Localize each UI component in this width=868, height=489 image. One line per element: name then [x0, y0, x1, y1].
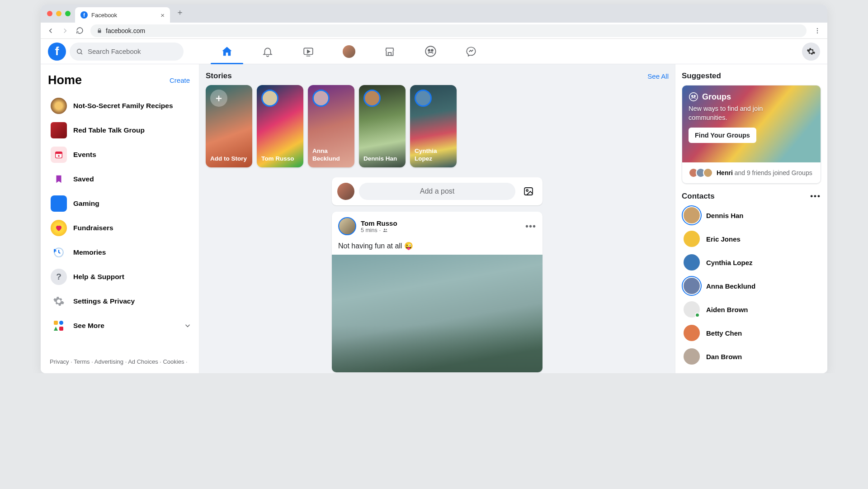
- gaming-icon: [51, 195, 67, 212]
- sidebar-item-events[interactable]: Events: [47, 142, 195, 167]
- contact-row[interactable]: Betty Chen: [682, 321, 821, 345]
- post-meta: 5 mins ·: [361, 227, 397, 233]
- nav-watch[interactable]: [297, 40, 320, 63]
- nav-messenger[interactable]: [459, 40, 483, 63]
- contact-avatar: [684, 348, 700, 365]
- story-label: Cynthia Lopez: [415, 147, 452, 163]
- post-menu-button[interactable]: •••: [525, 221, 536, 232]
- contact-avatar: [684, 325, 700, 341]
- sidebar-item-recipes[interactable]: Not-So-Secret Family Recipes: [47, 94, 195, 118]
- svg-point-3: [77, 49, 81, 53]
- facebook-favicon: f: [80, 11, 88, 19]
- post-avatar[interactable]: [338, 217, 356, 235]
- address-bar[interactable]: facebook.com: [90, 24, 807, 37]
- story-card[interactable]: Anna Becklund: [308, 85, 354, 167]
- contact-row[interactable]: Anna Becklund: [682, 274, 821, 298]
- friends-icon: [382, 228, 388, 233]
- footer-links[interactable]: Privacy · Terms · Advertising · Ad Choic…: [47, 354, 195, 373]
- url-text: facebook.com: [106, 27, 145, 34]
- search-input[interactable]: Search Facebook: [70, 43, 184, 61]
- forward-button[interactable]: [59, 24, 71, 37]
- composer-input[interactable]: Add a post: [359, 183, 515, 200]
- sidebar-item-help[interactable]: ? Help & Support: [47, 265, 195, 289]
- app-body: Home Create Not-So-Secret Family Recipes…: [41, 64, 827, 373]
- online-indicator: [695, 313, 700, 318]
- contact-name: Aiden Brown: [706, 306, 748, 313]
- suggested-hero: Groups New ways to find and join communi…: [682, 85, 821, 162]
- create-link[interactable]: Create: [170, 76, 190, 84]
- sidebar-item-gaming[interactable]: Gaming: [47, 191, 195, 216]
- watch-icon: [302, 46, 314, 57]
- contacts-menu-button[interactable]: •••: [810, 192, 821, 201]
- home-icon: [221, 45, 233, 58]
- nav-home[interactable]: [215, 40, 239, 63]
- marketplace-icon: [384, 46, 396, 57]
- settings-button[interactable]: [802, 43, 820, 61]
- tab-strip: f Facebook × ＋: [41, 5, 827, 23]
- minimize-window-button[interactable]: [56, 11, 61, 16]
- close-tab-button[interactable]: ×: [160, 11, 165, 19]
- memories-icon: [51, 244, 67, 261]
- composer-avatar[interactable]: [337, 183, 354, 200]
- nav-notifications[interactable]: [256, 40, 279, 63]
- post-text: Not having fun at all 😜: [332, 239, 542, 255]
- post-card: Tom Russo 5 mins · ••• Not having fun at…: [332, 212, 542, 372]
- close-window-button[interactable]: [47, 11, 52, 16]
- story-label: Add to Story: [210, 155, 247, 163]
- nav-groups[interactable]: [419, 40, 442, 63]
- contact-row[interactable]: Aiden Brown: [682, 298, 821, 321]
- browser-menu-button[interactable]: [811, 24, 824, 37]
- contact-row[interactable]: Cynthia Lopez: [682, 251, 821, 274]
- see-all-link[interactable]: See All: [647, 72, 669, 80]
- contact-row[interactable]: Dennis Han: [682, 204, 821, 227]
- nav-profile[interactable]: [337, 40, 361, 63]
- reload-button[interactable]: [73, 24, 86, 37]
- settings-icon: [51, 293, 67, 309]
- add-photo-button[interactable]: [520, 183, 537, 200]
- new-tab-button[interactable]: ＋: [174, 7, 186, 20]
- left-sidebar: Home Create Not-So-Secret Family Recipes…: [41, 64, 199, 373]
- lock-icon: [97, 28, 102, 33]
- suggested-footer: Henri and 9 friends joined Groups: [682, 162, 821, 183]
- sidebar-item-fundraisers[interactable]: Fundraisers: [47, 216, 195, 240]
- browser-tab[interactable]: f Facebook ×: [75, 7, 170, 23]
- window-controls: [47, 11, 71, 16]
- story-card[interactable]: Dennis Han: [359, 85, 406, 167]
- suggested-title: Suggested: [682, 71, 821, 81]
- group-avatar-icon: [51, 122, 67, 138]
- story-card[interactable]: Tom Russo: [257, 85, 303, 167]
- find-groups-button[interactable]: Find Your Groups: [689, 128, 756, 143]
- svg-rect-11: [54, 321, 58, 325]
- search-placeholder: Search Facebook: [88, 47, 141, 55]
- back-button[interactable]: [44, 24, 57, 37]
- svg-point-18: [386, 229, 387, 230]
- story-add[interactable]: ＋ Add to Story: [206, 85, 252, 167]
- sidebar-item-settings[interactable]: Settings & Privacy: [47, 289, 195, 313]
- group-avatar-icon: [51, 98, 67, 114]
- sidebar-item-redtable[interactable]: Red Table Talk Group: [47, 118, 195, 142]
- svg-rect-15: [524, 188, 533, 195]
- contact-row[interactable]: Eric Jones: [682, 227, 821, 251]
- nav-marketplace[interactable]: [378, 40, 401, 63]
- sidebar-item-memories[interactable]: Memories: [47, 240, 195, 265]
- post-image[interactable]: [332, 255, 542, 372]
- url-bar: facebook.com: [41, 23, 827, 39]
- sidebar-item-label: Settings & Privacy: [73, 297, 135, 305]
- facebook-logo[interactable]: f: [48, 43, 66, 61]
- groups-icon: [425, 45, 437, 57]
- see-more-icon: [51, 318, 67, 334]
- contact-row[interactable]: Dan Brown: [682, 345, 821, 368]
- sidebar-item-saved[interactable]: Saved: [47, 167, 195, 191]
- story-card[interactable]: Cynthia Lopez: [410, 85, 457, 167]
- post-time: 5 mins: [361, 227, 377, 233]
- sidebar-item-label: Events: [73, 151, 96, 159]
- svg-point-19: [689, 93, 698, 101]
- page-title: Home: [48, 73, 82, 87]
- sidebar-item-seemore[interactable]: See More: [47, 313, 195, 338]
- suggested-card-sub: New ways to find and join communities.: [689, 104, 765, 122]
- post-author[interactable]: Tom Russo: [361, 219, 397, 227]
- suggested-card: Groups New ways to find and join communi…: [682, 85, 821, 184]
- maximize-window-button[interactable]: [65, 11, 71, 16]
- contact-avatar: [684, 207, 700, 223]
- app-header: f Search Facebook: [41, 39, 827, 64]
